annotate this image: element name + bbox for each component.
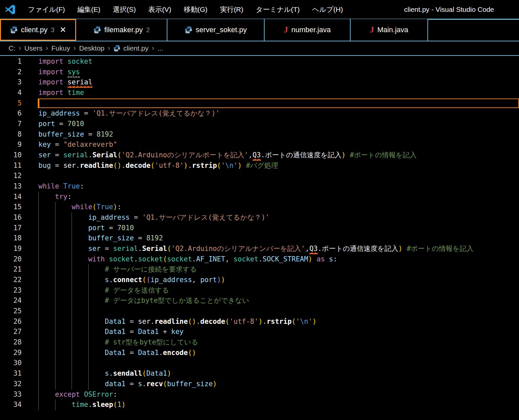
- line-number[interactable]: 11: [0, 161, 22, 171]
- code-line[interactable]: 8buffer_size = 8192: [0, 129, 519, 140]
- code-line[interactable]: 9key = "delaxreverb": [0, 140, 519, 150]
- code-editor[interactable]: 1import socket2import sys3import serial4…: [0, 56, 519, 410]
- close-icon[interactable]: ✕: [60, 26, 66, 34]
- indent-guide: [72, 275, 88, 285]
- breadcrumb-users[interactable]: Users: [24, 44, 42, 52]
- code-line[interactable]: 10ser = serial.Serial('Q2.Arduinoのシリアルポー…: [0, 150, 519, 161]
- code-line[interactable]: 28# str型をbyte型にしている: [0, 337, 519, 348]
- code-line[interactable]: 34time.sleep(1): [0, 400, 519, 410]
- line-number[interactable]: 4: [0, 88, 22, 98]
- line-number[interactable]: 12: [0, 171, 22, 181]
- line-number[interactable]: 25: [0, 306, 22, 317]
- line-number[interactable]: 3: [0, 77, 22, 88]
- menu-selection[interactable]: 選択(S): [108, 3, 141, 16]
- line-number[interactable]: 1: [0, 56, 22, 67]
- line-number[interactable]: 7: [0, 119, 22, 129]
- line-number[interactable]: 24: [0, 296, 22, 306]
- code-line[interactable]: 23# データを送信する: [0, 285, 519, 296]
- code-line[interactable]: 17port = 7010: [0, 223, 519, 233]
- code-line[interactable]: 5: [0, 98, 519, 109]
- line-number[interactable]: 20: [0, 254, 22, 265]
- code-line[interactable]: 24# データはbyte型でしか送ることができない: [0, 296, 519, 306]
- menu-file[interactable]: ファイル(F): [23, 3, 70, 16]
- line-number[interactable]: 10: [0, 150, 22, 161]
- menu-go[interactable]: 移動(G): [179, 3, 212, 16]
- code-token-p1: (): [188, 318, 196, 325]
- indent-guide: [55, 275, 72, 285]
- line-number[interactable]: 28: [0, 337, 22, 348]
- tab-filemaker-py[interactable]: filemaker.py 2: [76, 19, 167, 41]
- code-line[interactable]: 19ser = serial.Serial('Q2.Arduinoのシリアルナン…: [0, 244, 519, 254]
- line-number[interactable]: 21: [0, 264, 22, 275]
- code-line[interactable]: 27Data1 = Data1 + key: [0, 327, 519, 337]
- line-number[interactable]: 23: [0, 285, 22, 296]
- tab-main-java[interactable]: J Main.java: [351, 19, 428, 41]
- code-line[interactable]: 31s.sendall(Data1): [0, 368, 519, 379]
- indent-guide: [88, 379, 105, 389]
- line-number[interactable]: 30: [0, 358, 22, 368]
- line-number[interactable]: 8: [0, 129, 22, 140]
- breadcrumb-desktop[interactable]: Desktop: [79, 44, 104, 52]
- code-token-str: 'Q2.Arduinoのシリアルナンバーを記入': [171, 245, 305, 253]
- line-number[interactable]: 19: [0, 244, 22, 254]
- code-line[interactable]: 12: [0, 171, 519, 181]
- line-number[interactable]: 5: [0, 98, 22, 109]
- line-number[interactable]: 31: [0, 368, 22, 379]
- line-number[interactable]: 14: [0, 192, 22, 202]
- line-number[interactable]: 17: [0, 223, 22, 233]
- line-number[interactable]: 34: [0, 400, 22, 410]
- code-line[interactable]: 2import sys: [0, 67, 519, 77]
- line-number[interactable]: 26: [0, 317, 22, 327]
- code-line[interactable]: 30: [0, 358, 519, 368]
- line-number[interactable]: 9: [0, 140, 22, 150]
- tab-number-java[interactable]: J number.java: [265, 19, 351, 41]
- breadcrumb-drive[interactable]: C:: [9, 44, 15, 52]
- line-number[interactable]: 22: [0, 275, 22, 285]
- chevron-right-icon: ›: [46, 44, 48, 53]
- code-line[interactable]: 4import time: [0, 88, 519, 98]
- code-line[interactable]: 22s.connect((ip_address, port)): [0, 275, 519, 285]
- code-line[interactable]: 11bug = ser.readline().decode('utf-8').r…: [0, 161, 519, 171]
- code-line[interactable]: 7port = 7010: [0, 119, 519, 129]
- code-line[interactable]: 29Data1 = Data1.encode(): [0, 348, 519, 358]
- code-line[interactable]: 14try:: [0, 192, 519, 202]
- code-line[interactable]: 33except OSError:: [0, 389, 519, 400]
- breadcrumb-file[interactable]: client.py: [123, 44, 148, 52]
- indent-guide: [55, 337, 72, 348]
- code-line[interactable]: 15while(True):: [0, 202, 519, 212]
- code-line[interactable]: 1import socket: [0, 56, 519, 67]
- code-line[interactable]: 20with socket.socket(socket.AF_INET, soc…: [0, 254, 519, 265]
- code-token-p1: (: [142, 276, 146, 284]
- code-line[interactable]: 6ip_address = 'Q1.サーバアドレス(覚えてるかな？)': [0, 108, 519, 119]
- code-line[interactable]: 26Data1 = ser.readline().decode('utf-8')…: [0, 317, 519, 327]
- code-line[interactable]: 25: [0, 306, 519, 317]
- code-line[interactable]: 21# サーバーに接続を要求する: [0, 264, 519, 275]
- line-number[interactable]: 18: [0, 233, 22, 244]
- menu-run[interactable]: 実行(R): [215, 3, 248, 16]
- breadcrumb-symbol-ellipsis[interactable]: ...: [158, 44, 163, 52]
- code-line[interactable]: 32data1 = s.recv(buffer_size): [0, 379, 519, 389]
- line-number[interactable]: 27: [0, 327, 22, 337]
- code-token-var: Data1: [105, 318, 125, 325]
- breadcrumb-fukuy[interactable]: Fukuy: [52, 44, 70, 52]
- line-number[interactable]: 6: [0, 108, 22, 119]
- code-line[interactable]: 18buffer_size = 8192: [0, 233, 519, 244]
- line-number[interactable]: 16: [0, 212, 22, 223]
- line-number[interactable]: 32: [0, 379, 22, 389]
- line-number[interactable]: 13: [0, 181, 22, 192]
- tab-client-py[interactable]: client.py 3 ✕: [0, 19, 76, 41]
- menu-terminal[interactable]: ターミナル(T): [251, 3, 305, 16]
- code-line[interactable]: 13while True:: [0, 181, 519, 192]
- code-line[interactable]: 3import serial: [0, 77, 519, 88]
- menu-view[interactable]: 表示(V): [143, 3, 176, 16]
- code-token-op: .: [196, 318, 200, 325]
- code-token-var: ip_address: [38, 109, 80, 117]
- line-number[interactable]: 15: [0, 202, 22, 212]
- line-number[interactable]: 33: [0, 389, 22, 400]
- line-number[interactable]: 2: [0, 67, 22, 77]
- menu-help[interactable]: ヘルプ(H): [307, 3, 348, 16]
- line-number[interactable]: 29: [0, 348, 22, 358]
- menu-edit[interactable]: 編集(E): [73, 3, 105, 16]
- tab-server-soket-py[interactable]: server_soket.py: [167, 19, 265, 41]
- code-line[interactable]: 16ip_address = 'Q1.サーバアドレス(覚えてるかな？)': [0, 212, 519, 223]
